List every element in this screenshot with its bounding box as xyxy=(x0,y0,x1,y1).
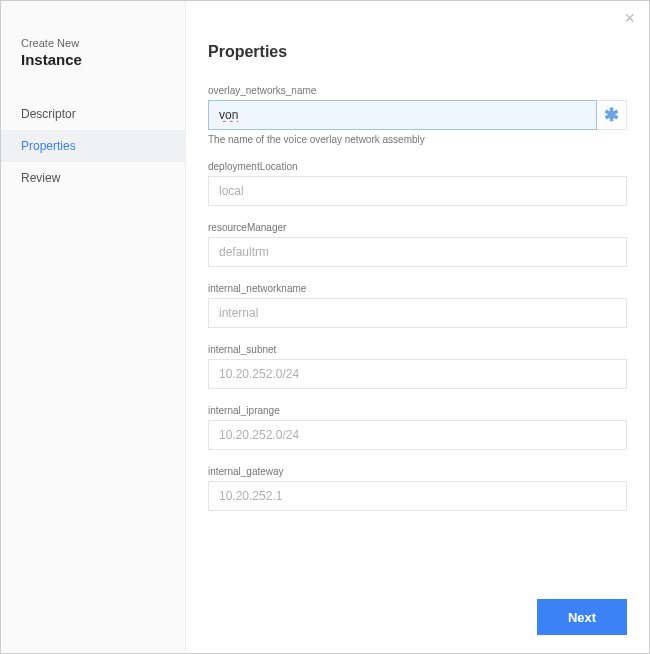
input-internal-iprange[interactable] xyxy=(208,420,627,450)
field-deployment-location: deploymentLocation xyxy=(208,161,627,206)
input-internal-networkname[interactable] xyxy=(208,298,627,328)
modal-footer: Next xyxy=(208,589,627,635)
label-internal-subnet: internal_subnet xyxy=(208,344,627,355)
input-overlay-networks-name[interactable] xyxy=(208,100,597,130)
required-asterisk-icon: ✱ xyxy=(597,100,627,130)
input-internal-subnet[interactable] xyxy=(208,359,627,389)
input-deployment-location[interactable] xyxy=(208,176,627,206)
sidebar-subtitle: Create New xyxy=(21,37,165,49)
create-instance-modal: × Create New Instance Descriptor Propert… xyxy=(0,0,650,654)
field-overlay-networks-name: overlay_networks_name ✱ The name of the … xyxy=(208,85,627,145)
label-deployment-location: deploymentLocation xyxy=(208,161,627,172)
sidebar-item-properties[interactable]: Properties xyxy=(1,130,185,162)
sidebar-item-descriptor[interactable]: Descriptor xyxy=(1,98,185,130)
field-internal-networkname: internal_networkname xyxy=(208,283,627,328)
page-title: Properties xyxy=(208,43,627,61)
label-internal-iprange: internal_iprange xyxy=(208,405,627,416)
label-internal-networkname: internal_networkname xyxy=(208,283,627,294)
sidebar: Create New Instance Descriptor Propertie… xyxy=(1,1,186,653)
sidebar-item-review[interactable]: Review xyxy=(1,162,185,194)
field-resource-manager: resourceManager xyxy=(208,222,627,267)
input-resource-manager[interactable] xyxy=(208,237,627,267)
label-internal-gateway: internal_gateway xyxy=(208,466,627,477)
next-button[interactable]: Next xyxy=(537,599,627,635)
field-internal-iprange: internal_iprange xyxy=(208,405,627,450)
input-internal-gateway[interactable] xyxy=(208,481,627,511)
main-panel: Properties overlay_networks_name ✱ The n… xyxy=(186,1,649,653)
field-internal-subnet: internal_subnet xyxy=(208,344,627,389)
sidebar-header: Create New Instance xyxy=(1,37,185,98)
help-overlay-networks-name: The name of the voice overlay network as… xyxy=(208,134,627,145)
field-internal-gateway: internal_gateway xyxy=(208,466,627,511)
label-resource-manager: resourceManager xyxy=(208,222,627,233)
close-icon[interactable]: × xyxy=(624,9,635,27)
sidebar-title: Instance xyxy=(21,51,165,68)
label-overlay-networks-name: overlay_networks_name xyxy=(208,85,627,96)
properties-form: overlay_networks_name ✱ The name of the … xyxy=(208,85,627,589)
